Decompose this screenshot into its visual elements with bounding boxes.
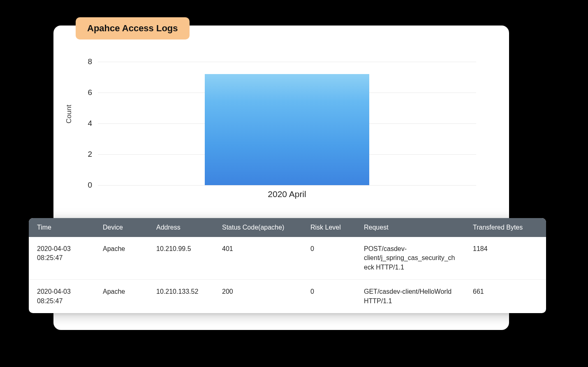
- y-tick-label: 2: [80, 150, 92, 159]
- cell-device: Apache: [95, 237, 148, 279]
- cell-bytes: 661: [465, 280, 546, 313]
- cell-request: POST/casdev-client/j_spring_cas_security…: [356, 237, 465, 279]
- y-tick-label: 8: [80, 57, 92, 66]
- column-header: Risk Level: [302, 218, 356, 237]
- column-header: Time: [29, 218, 95, 237]
- log-table: TimeDeviceAddressStatus Code(apache)Risk…: [29, 218, 546, 313]
- column-header: Transfered Bytes: [465, 218, 546, 237]
- cell-time: 2020-04-03 08:25:47: [29, 237, 95, 279]
- cell-address: 10.210.133.52: [148, 280, 214, 313]
- cell-risk_level: 0: [302, 280, 356, 313]
- cell-status_code: 401: [214, 237, 302, 279]
- y-tick-label: 4: [80, 119, 92, 128]
- chart-plot: 024682020 April: [98, 62, 476, 185]
- column-header: Device: [95, 218, 148, 237]
- cell-time: 2020-04-03 08:25:47: [29, 280, 95, 313]
- x-tick-label: 2020 April: [268, 189, 306, 199]
- table-row[interactable]: 2020-04-03 08:25:47Apache10.210.133.5220…: [29, 280, 546, 313]
- chart: Count 024682020 April Time: [69, 62, 484, 202]
- chart-bar: [205, 74, 369, 185]
- cell-address: 10.210.99.5: [148, 237, 214, 279]
- cell-bytes: 1184: [465, 237, 546, 279]
- cell-status_code: 200: [214, 280, 302, 313]
- page-title: Apahce Access Logs: [76, 17, 190, 39]
- gridline: [98, 62, 476, 62]
- cell-risk_level: 0: [302, 237, 356, 279]
- gridline: [98, 185, 476, 186]
- cell-device: Apache: [95, 280, 148, 313]
- y-tick-label: 6: [80, 88, 92, 97]
- column-header: Address: [148, 218, 214, 237]
- y-axis-label: Count: [65, 105, 73, 123]
- y-tick-label: 0: [80, 181, 92, 190]
- column-header: Request: [356, 218, 465, 237]
- cell-request: GET/casdev-client/HelloWorld HTTP/1.1: [356, 280, 465, 313]
- table-header-row: TimeDeviceAddressStatus Code(apache)Risk…: [29, 218, 546, 237]
- table-row[interactable]: 2020-04-03 08:25:47Apache10.210.99.54010…: [29, 237, 546, 280]
- column-header: Status Code(apache): [214, 218, 302, 237]
